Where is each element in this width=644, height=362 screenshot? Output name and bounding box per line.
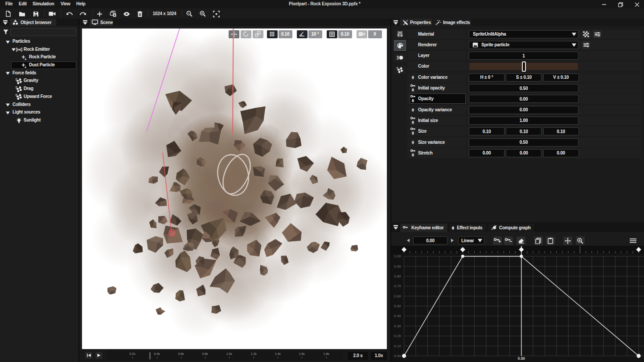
svg-text:0.80: 0.80 <box>394 274 401 278</box>
svg-text:0.30: 0.30 <box>394 324 401 328</box>
svg-text:0.50: 0.50 <box>394 304 401 308</box>
svg-text:0.90: 0.90 <box>394 264 401 268</box>
svg-text:0.00: 0.00 <box>394 354 401 358</box>
svg-text:0.40: 0.40 <box>394 314 401 318</box>
svg-text:0.70: 0.70 <box>394 284 401 288</box>
svg-text:0.20: 0.20 <box>394 334 401 338</box>
svg-text:0.50: 0.50 <box>518 357 525 361</box>
svg-text:0.10: 0.10 <box>394 344 401 348</box>
svg-text:0.60: 0.60 <box>394 294 401 298</box>
svg-text:1.00: 1.00 <box>394 254 401 258</box>
